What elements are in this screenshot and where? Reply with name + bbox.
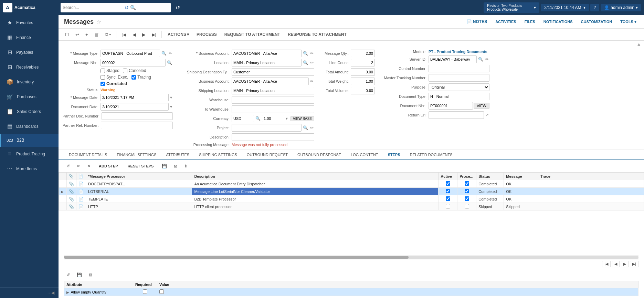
message-type-input[interactable]	[101, 50, 160, 57]
business-account-input[interactable]	[232, 50, 302, 57]
sidebar-collapse-btn[interactable]: ··· ◀	[0, 288, 59, 298]
view-base-btn[interactable]: VIEW BASE	[291, 116, 314, 121]
sidebar-item-product-tracing[interactable]: ≡ Product Tracing	[0, 147, 59, 161]
select-all-btn[interactable]: ☐	[63, 30, 72, 39]
currency-search-icon[interactable]: 🔍	[255, 115, 261, 122]
active-checkbox[interactable]	[446, 189, 450, 193]
sidebar-item-payables[interactable]: ⊟ Payables	[0, 45, 59, 60]
add-step-btn[interactable]: ADD STEP	[95, 163, 122, 169]
document-type-input[interactable]	[429, 93, 489, 100]
first-btn[interactable]: |◀	[119, 30, 128, 39]
steps-edit-btn[interactable]: ✏	[74, 162, 83, 170]
bottom-save-btn[interactable]: 💾	[74, 271, 84, 279]
steps-refresh-btn[interactable]: ↺	[64, 162, 72, 170]
location-edit-icon[interactable]: ✏	[309, 60, 314, 66]
delete-btn[interactable]: 🗑	[92, 30, 101, 39]
list-item[interactable]: ▶ Allow empty Quantity	[64, 288, 638, 296]
tab-related-documents[interactable]: RELATED DOCUMENTS	[405, 150, 457, 160]
notifications-button[interactable]: NOTIFICATIONS	[541, 18, 575, 25]
return-url-external-icon[interactable]: ↗	[485, 112, 489, 118]
correlated-checkbox-label[interactable]: Correlated	[101, 81, 127, 86]
prev-btn[interactable]: ◀	[130, 30, 138, 39]
horizontal-scrollbar[interactable]	[64, 255, 638, 259]
page-next-btn[interactable]: ▶	[621, 261, 629, 267]
location-search-icon[interactable]: 🔍	[302, 60, 309, 66]
page-last-btn[interactable]: ▶|	[630, 261, 638, 267]
business-account-search-icon[interactable]: 🔍	[302, 50, 309, 56]
collapse-form-icon[interactable]: ▲	[636, 41, 641, 47]
table-row[interactable]: ▶ 📎 📄 LOTSERIAL Message Line LotSerialNb…	[59, 188, 644, 195]
steps-close-btn[interactable]: ✕	[85, 162, 93, 170]
undo-btn[interactable]: ↩	[73, 30, 82, 39]
files-button[interactable]: FILES	[522, 18, 537, 25]
correlated-checkbox[interactable]	[101, 82, 105, 86]
row-expand-icon[interactable]: ▶	[61, 190, 64, 194]
canceled-checkbox-label[interactable]: Canceled	[123, 68, 146, 73]
description-input[interactable]	[232, 133, 314, 141]
search-input[interactable]	[63, 5, 125, 10]
page-prev-btn[interactable]: ◀	[612, 261, 620, 267]
purpose-select[interactable]: Original	[429, 83, 489, 91]
to-warehouse-input[interactable]	[232, 105, 314, 113]
staged-checkbox-label[interactable]: Staged	[101, 68, 119, 73]
total-amount-input[interactable]	[351, 68, 375, 76]
sidebar-item-more-items[interactable]: ⋯ More Items	[0, 161, 59, 176]
row-expand-icon[interactable]: ▶	[66, 290, 69, 294]
sidebar-item-b2b[interactable]: B2B B2B	[0, 134, 59, 147]
business-account2-input[interactable]	[232, 78, 309, 85]
reset-steps-btn[interactable]: RESET STEPS	[124, 163, 158, 169]
message-nbr-search-icon[interactable]: 🔍	[166, 60, 173, 66]
message-qty-input[interactable]	[351, 50, 375, 57]
location-input[interactable]	[232, 59, 302, 66]
warehouse-input[interactable]	[232, 96, 314, 104]
steps-upload-btn[interactable]: ⬆	[182, 162, 190, 170]
add-btn[interactable]: +	[83, 30, 91, 39]
sidebar-item-inventory[interactable]: 📦 Inventory	[0, 74, 59, 89]
active-checkbox[interactable]	[446, 204, 450, 208]
view-document-btn[interactable]: VIEW	[474, 103, 489, 109]
active-checkbox[interactable]	[446, 181, 450, 186]
next-btn[interactable]: ▶	[140, 30, 148, 39]
message-type-edit-icon[interactable]: ✏	[168, 50, 173, 56]
processed-checkbox[interactable]	[465, 204, 469, 208]
document-date-input[interactable]	[101, 103, 169, 111]
line-count-input[interactable]	[351, 59, 375, 66]
server-id-input[interactable]	[429, 55, 477, 63]
table-row[interactable]: 📎 📄 TEMPLATE B2B Template Processor Comp…	[59, 195, 644, 203]
required-checkbox[interactable]	[143, 289, 147, 294]
help-button[interactable]: ?	[590, 4, 600, 11]
sidebar-item-dashboards[interactable]: ▤ Dashboards	[0, 119, 59, 134]
master-tracking-input[interactable]	[429, 74, 489, 82]
return-url-input[interactable]	[429, 111, 484, 119]
message-type-search-icon[interactable]: 🔍	[161, 50, 167, 56]
business-account2-edit-icon[interactable]: ✏	[309, 78, 314, 84]
document-nbr-input[interactable]	[429, 102, 473, 110]
steps-save-btn[interactable]: 💾	[159, 162, 169, 170]
server-id-edit-icon[interactable]: ✏	[485, 56, 489, 62]
table-row[interactable]: 📎 📄 HTTP HTTP client processor Skipped S…	[59, 203, 644, 210]
shipping-location-input[interactable]	[232, 87, 314, 94]
response-to-attachment-btn[interactable]: RESPONSE TO ATTACHMENT	[285, 30, 350, 39]
request-to-attachment-btn[interactable]: REQUEST TO ATTACHMENT	[221, 30, 283, 39]
processed-checkbox[interactable]	[465, 189, 469, 193]
sync-exec-checkbox[interactable]	[101, 75, 105, 80]
value-checkbox[interactable]	[159, 289, 164, 294]
tab-financial-settings[interactable]: FINANCIAL SETTINGS	[112, 150, 161, 160]
active-checkbox[interactable]	[446, 196, 450, 201]
message-date-input[interactable]	[101, 94, 169, 101]
total-weight-input[interactable]	[351, 78, 375, 85]
sidebar-item-finance[interactable]: ▦ Finance	[0, 30, 59, 45]
processed-checkbox[interactable]	[465, 181, 469, 186]
staged-checkbox[interactable]	[101, 69, 105, 73]
project-search-icon[interactable]: 🔍	[302, 125, 309, 131]
tracing-checkbox[interactable]	[131, 75, 136, 80]
shipping-dest-input[interactable]	[232, 68, 314, 76]
notes-button[interactable]: 📄 NOTES	[465, 18, 489, 25]
last-btn[interactable]: ▶|	[149, 30, 159, 39]
table-row[interactable]: 📎 📄 DOCENTRYDISPAT... An Acumatica Docum…	[59, 180, 644, 188]
bottom-table-btn[interactable]: ⊠	[86, 271, 95, 279]
logo[interactable]: A Acumatica	[3, 3, 58, 12]
module-link[interactable]: PT - Product Tracing Documents	[429, 50, 487, 54]
copy-btn[interactable]: ⧉ ▾	[103, 30, 114, 39]
document-date-dropdown-icon[interactable]: ▾	[169, 104, 173, 110]
